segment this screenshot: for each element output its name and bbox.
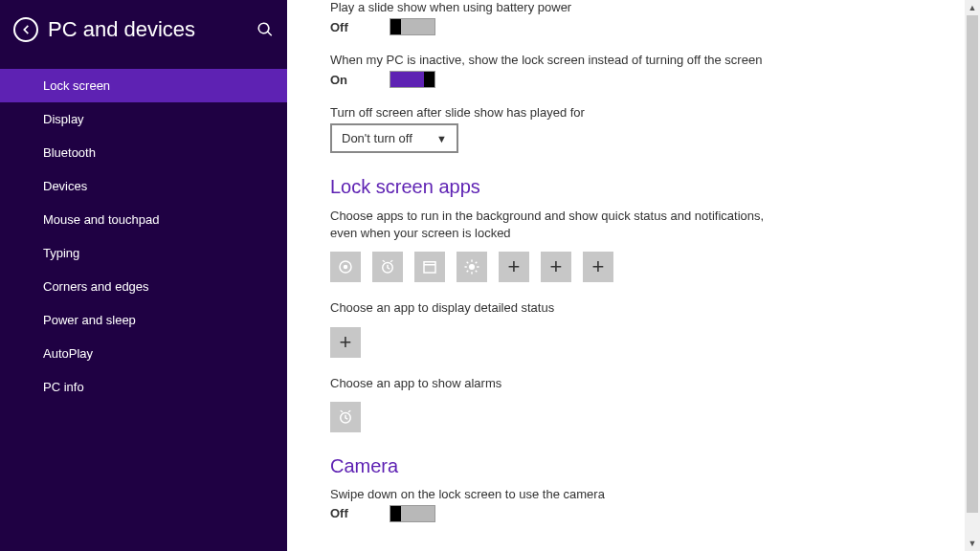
- scroll-thumb[interactable]: [967, 15, 978, 513]
- search-button[interactable]: [256, 21, 274, 38]
- scrollbar[interactable]: ▲ ▼: [965, 0, 980, 551]
- setting-label: Play a slide show when using battery pow…: [330, 0, 936, 14]
- app-tile-photos[interactable]: [330, 252, 361, 282]
- toggle-knob: [424, 72, 434, 87]
- toggle-row: Off: [330, 18, 936, 35]
- setting-inactive-lock: When my PC is inactive, show the lock sc…: [330, 53, 936, 88]
- help-alarms: Choose an app to show alarms: [330, 375, 770, 392]
- sidebar-nav: Lock screen Display Bluetooth Devices Mo…: [0, 69, 287, 404]
- toggle-state: On: [330, 73, 390, 87]
- app-tile-detailed-add[interactable]: +: [330, 327, 361, 358]
- back-button[interactable]: [13, 17, 38, 42]
- app-tile-calendar[interactable]: [414, 252, 445, 282]
- toggle-camera-swipe[interactable]: [390, 505, 435, 522]
- sidebar: PC and devices Lock screen Display Bluet…: [0, 0, 287, 551]
- setting-camera-swipe: Swipe down on the lock screen to use the…: [330, 487, 936, 522]
- help-quick-status: Choose apps to run in the background and…: [330, 208, 770, 242]
- sidebar-item-power-sleep[interactable]: Power and sleep: [0, 303, 287, 337]
- section-heading-camera: Camera: [330, 455, 936, 477]
- plus-icon: +: [550, 256, 563, 277]
- scroll-down-button[interactable]: ▼: [965, 536, 980, 551]
- toggle-inactive-lock[interactable]: [390, 71, 435, 88]
- svg-rect-3: [424, 262, 435, 273]
- sidebar-item-lock-screen[interactable]: Lock screen: [0, 69, 287, 102]
- setting-label: Swipe down on the lock screen to use the…: [330, 487, 936, 501]
- app-tile-add-2[interactable]: +: [541, 252, 571, 282]
- app-tile-alarm-app[interactable]: [330, 402, 361, 432]
- app-tile-weather[interactable]: [457, 252, 487, 282]
- plus-icon: +: [508, 256, 521, 277]
- sidebar-item-corners-edges[interactable]: Corners and edges: [0, 270, 287, 303]
- quick-status-apps: + + +: [330, 252, 936, 282]
- sun-icon: [463, 258, 480, 276]
- svg-point-4: [469, 264, 475, 270]
- toggle-state: Off: [330, 20, 390, 34]
- chevron-down-icon: ▼: [436, 133, 447, 144]
- toggle-knob: [390, 506, 401, 521]
- toggle-slideshow-battery[interactable]: [390, 18, 435, 35]
- toggle-row: On: [330, 71, 936, 88]
- detailed-status-apps: +: [330, 327, 936, 358]
- sidebar-item-autoplay[interactable]: AutoPlay: [0, 337, 287, 370]
- sidebar-item-devices[interactable]: Devices: [0, 169, 287, 203]
- plus-icon: +: [592, 256, 605, 277]
- plus-icon: +: [340, 332, 352, 353]
- setting-label: When my PC is inactive, show the lock sc…: [330, 53, 936, 67]
- select-turnoff-after[interactable]: Don't turn off ▼: [330, 123, 458, 153]
- sidebar-header: PC and devices: [0, 0, 287, 55]
- app-tile-alarms[interactable]: [372, 252, 403, 282]
- search-icon: [256, 21, 274, 38]
- sidebar-item-bluetooth[interactable]: Bluetooth: [0, 136, 287, 169]
- calendar-icon: [421, 258, 438, 276]
- svg-point-1: [344, 265, 348, 270]
- app-tile-add-1[interactable]: +: [499, 252, 529, 282]
- alarm-apps: [330, 402, 936, 432]
- select-value: Don't turn off: [342, 131, 412, 145]
- sidebar-item-pc-info[interactable]: PC info: [0, 370, 287, 404]
- alarm-icon: [337, 408, 354, 426]
- back-arrow-icon: [19, 23, 33, 36]
- section-heading-lock-apps: Lock screen apps: [330, 176, 936, 198]
- setting-turnoff-after: Turn off screen after slide show has pla…: [330, 105, 936, 153]
- page-title: PC and devices: [48, 17, 256, 42]
- camera-lens-icon: [337, 258, 354, 276]
- alarm-icon: [379, 258, 396, 276]
- toggle-state: Off: [330, 506, 390, 520]
- help-detailed-status: Choose an app to display detailed status: [330, 299, 770, 317]
- toggle-knob: [390, 19, 401, 34]
- toggle-row: Off: [330, 505, 936, 522]
- sidebar-item-display[interactable]: Display: [0, 102, 287, 136]
- setting-label: Turn off screen after slide show has pla…: [330, 105, 936, 120]
- sidebar-item-typing[interactable]: Typing: [0, 236, 287, 270]
- setting-slideshow-battery: Play a slide show when using battery pow…: [330, 0, 936, 35]
- app-tile-add-3[interactable]: +: [583, 252, 613, 282]
- content-panel: Play a slide show when using battery pow…: [287, 0, 965, 551]
- sidebar-item-mouse-touchpad[interactable]: Mouse and touchpad: [0, 203, 287, 236]
- scroll-up-button[interactable]: ▲: [965, 0, 980, 15]
